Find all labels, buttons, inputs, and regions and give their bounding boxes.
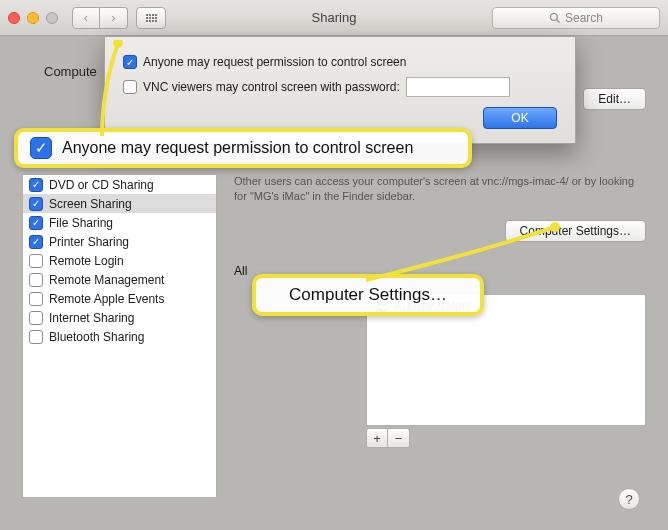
service-label: Internet Sharing — [49, 311, 134, 325]
vnc-password-field[interactable] — [406, 77, 510, 97]
computer-settings-button[interactable]: Computer Settings… — [505, 220, 646, 242]
search-placeholder: Search — [565, 11, 603, 25]
window-title: Sharing — [312, 10, 357, 25]
search-field[interactable]: Search — [492, 7, 660, 29]
service-label: Printer Sharing — [49, 235, 129, 249]
svg-point-0 — [550, 13, 557, 20]
service-label: DVD or CD Sharing — [49, 178, 154, 192]
service-label: Remote Login — [49, 254, 124, 268]
search-icon — [549, 12, 561, 24]
service-checkbox[interactable] — [29, 311, 43, 325]
minimize-window-icon[interactable] — [27, 12, 39, 24]
service-label: File Sharing — [49, 216, 113, 230]
service-item-remote-apple-events[interactable]: Remote Apple Events — [23, 289, 216, 308]
service-item-remote-management[interactable]: Remote Management — [23, 270, 216, 289]
anyone-may-request-checkbox[interactable]: ✓ — [123, 55, 137, 69]
show-all-prefs-button[interactable] — [136, 7, 166, 29]
service-label: Screen Sharing — [49, 197, 132, 211]
service-checkbox[interactable] — [29, 254, 43, 268]
nav-buttons: ‹ › — [72, 7, 128, 29]
remove-user-button[interactable]: − — [388, 428, 410, 448]
service-item-bluetooth-sharing[interactable]: Bluetooth Sharing — [23, 327, 216, 346]
service-item-remote-login[interactable]: Remote Login — [23, 251, 216, 270]
svg-line-1 — [556, 19, 559, 22]
vnc-viewers-label: VNC viewers may control screen with pass… — [143, 80, 400, 94]
checked-checkbox-icon: ✓ — [30, 137, 52, 159]
service-item-printer-sharing[interactable]: ✓Printer Sharing — [23, 232, 216, 251]
service-checkbox[interactable]: ✓ — [29, 197, 43, 211]
service-item-dvd-or-cd-sharing[interactable]: ✓DVD or CD Sharing — [23, 175, 216, 194]
forward-button[interactable]: › — [100, 7, 128, 29]
close-window-icon[interactable] — [8, 12, 20, 24]
sharing-content: ✓DVD or CD Sharing✓Screen Sharing✓File S… — [22, 174, 646, 516]
service-checkbox[interactable] — [29, 273, 43, 287]
zoom-window-icon — [46, 12, 58, 24]
vnc-viewers-checkbox[interactable] — [123, 80, 137, 94]
callout-computer-settings: Computer Settings… — [252, 274, 484, 316]
service-label: Bluetooth Sharing — [49, 330, 144, 344]
services-list[interactable]: ✓DVD or CD Sharing✓Screen Sharing✓File S… — [22, 174, 217, 498]
ok-button[interactable]: OK — [483, 107, 557, 129]
service-item-file-sharing[interactable]: ✓File Sharing — [23, 213, 216, 232]
callout-anyone-may-request: ✓ Anyone may request permission to contr… — [14, 128, 472, 168]
computer-name-label: Compute — [44, 64, 97, 79]
window-titlebar: ‹ › Sharing Search — [0, 0, 668, 36]
add-user-button[interactable]: + — [366, 428, 388, 448]
callout-text: Anyone may request permission to control… — [62, 139, 413, 157]
allow-access-label: All — [234, 264, 247, 278]
service-checkbox[interactable]: ✓ — [29, 178, 43, 192]
callout-text: Computer Settings… — [289, 285, 447, 305]
edit-computer-name-button[interactable]: Edit… — [583, 88, 646, 110]
service-checkbox[interactable]: ✓ — [29, 235, 43, 249]
service-label: Remote Apple Events — [49, 292, 164, 306]
help-button[interactable]: ? — [618, 488, 640, 510]
service-item-internet-sharing[interactable]: Internet Sharing — [23, 308, 216, 327]
service-checkbox[interactable] — [29, 330, 43, 344]
add-remove-buttons: + − — [366, 428, 410, 448]
screen-sharing-info-text: Other users can access your computer's s… — [234, 174, 646, 204]
back-button[interactable]: ‹ — [72, 7, 100, 29]
service-checkbox[interactable]: ✓ — [29, 216, 43, 230]
service-label: Remote Management — [49, 273, 164, 287]
traffic-lights — [8, 12, 58, 24]
service-checkbox[interactable] — [29, 292, 43, 306]
service-detail-pane: Other users can access your computer's s… — [234, 174, 646, 498]
anyone-may-request-label: Anyone may request permission to control… — [143, 55, 406, 69]
grid-icon — [146, 14, 157, 22]
service-item-screen-sharing[interactable]: ✓Screen Sharing — [23, 194, 216, 213]
